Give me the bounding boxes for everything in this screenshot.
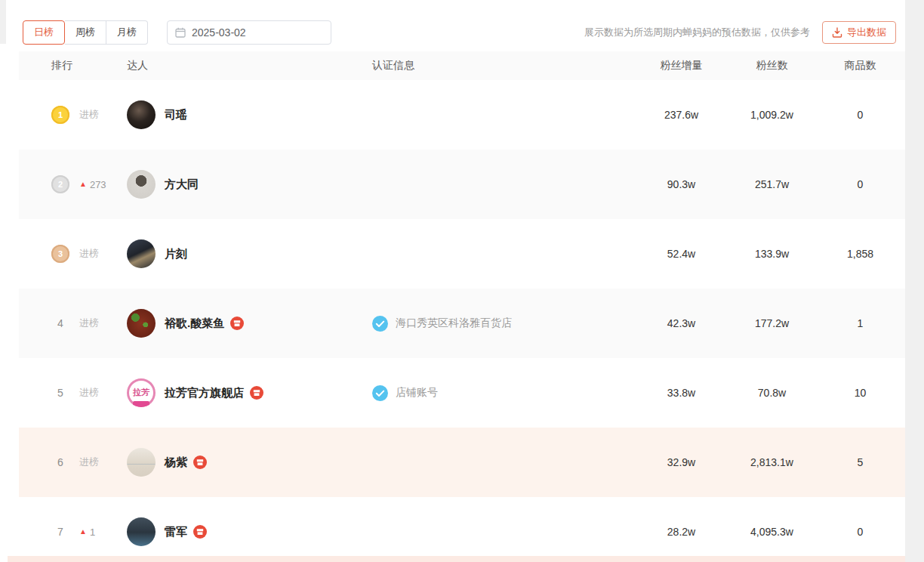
- talent-name[interactable]: 拉芳官方旗舰店: [165, 386, 244, 400]
- fans-increase-value: 90.3w: [634, 178, 728, 190]
- table-row[interactable]: 7 ▲ 1 雷军 28.2w 4,095.3w 0: [19, 497, 905, 562]
- products-value: 5: [815, 456, 905, 468]
- talent-cell: 拉芳 拉芳官方旗舰店: [121, 378, 366, 407]
- table-row[interactable]: 1 进榜 司瑶 237.6w 1,009.2w 0: [19, 80, 905, 150]
- rank-cell: 1 进榜: [19, 106, 121, 124]
- shop-icon: [250, 386, 263, 400]
- rank-cell: 5 进榜: [19, 386, 121, 400]
- trend-label: 进榜: [79, 455, 99, 469]
- verification-cell: 海口秀英区科洛雅百货店: [366, 316, 634, 332]
- tab-weekly[interactable]: 周榜: [65, 20, 106, 45]
- header-products: 商品数: [815, 59, 905, 73]
- avatar[interactable]: [127, 448, 156, 477]
- fans-total-value: 251.7w: [728, 178, 815, 190]
- avatar[interactable]: 拉芳: [127, 378, 156, 407]
- export-data-label: 导出数据: [847, 26, 886, 39]
- trend-label: 进榜: [79, 386, 99, 400]
- trend-up: ▲ 1: [79, 526, 95, 538]
- next-row-peek: [8, 556, 905, 562]
- fans-increase-value: 32.9w: [634, 456, 728, 468]
- avatar[interactable]: [127, 239, 156, 268]
- avatar[interactable]: [127, 309, 156, 338]
- rank-number: 7: [51, 526, 69, 538]
- trend-label: 进榜: [79, 247, 99, 261]
- toolbar: 日榜 周榜 月榜 2025-03-02 展示数据为所选周期内蝉妈妈的预估数据，仅…: [19, 0, 905, 51]
- download-icon: [832, 27, 842, 38]
- products-value: 10: [815, 387, 905, 399]
- date-value: 2025-03-02: [192, 26, 246, 39]
- data-disclaimer: 展示数据为所选周期内蝉妈妈的预估数据，仅供参考: [584, 26, 810, 39]
- talent-name[interactable]: 片刻: [165, 247, 187, 261]
- verified-check-icon: [372, 385, 388, 401]
- fans-total-value: 133.9w: [728, 248, 815, 260]
- header-fans-total: 粉丝数: [728, 59, 815, 73]
- talent-name[interactable]: 杨紫: [165, 455, 187, 470]
- table-row[interactable]: 5 进榜 拉芳 拉芳官方旗舰店 店: [19, 358, 905, 428]
- ranking-table: 排行 达人 认证信息 粉丝增量 粉丝数 商品数 1 进榜 司瑶 237.6w 1…: [19, 51, 905, 562]
- talent-cell: 司瑶: [121, 100, 366, 129]
- up-triangle-icon: ▲: [79, 181, 87, 188]
- fans-total-value: 70.8w: [728, 387, 815, 399]
- rank-cell: 7 ▲ 1: [19, 526, 121, 538]
- header-rank: 排行: [19, 59, 121, 73]
- verification-cell: 店铺账号: [366, 385, 634, 401]
- date-picker[interactable]: 2025-03-02: [167, 20, 331, 45]
- trend-up: ▲ 273: [79, 179, 106, 190]
- medal-rank-number: 2: [58, 180, 63, 189]
- export-data-button[interactable]: 导出数据: [822, 21, 896, 44]
- products-value: 0: [815, 526, 905, 538]
- verification: 海口秀英区科洛雅百货店: [372, 316, 512, 332]
- table-row[interactable]: 3 进榜 片刻 52.4w 133.9w 1,858: [19, 219, 905, 289]
- fans-total-value: 4,095.3w: [728, 526, 815, 538]
- talent-cell: 片刻: [121, 239, 366, 268]
- fans-increase-value: 28.2w: [634, 526, 728, 538]
- products-value: 0: [815, 109, 905, 121]
- medal-rank-number: 1: [58, 110, 63, 119]
- avatar[interactable]: [127, 517, 156, 546]
- up-triangle-icon: ▲: [79, 528, 87, 536]
- table-header-row: 排行 达人 认证信息 粉丝增量 粉丝数 商品数: [19, 51, 905, 80]
- verification-text: 店铺账号: [396, 386, 438, 400]
- header-talent: 达人: [121, 59, 366, 73]
- talent-name[interactable]: 方大同: [165, 178, 199, 192]
- bronze-medal-icon: 3: [51, 245, 69, 263]
- trend-label: 进榜: [79, 317, 99, 330]
- trend-label: 1: [90, 526, 95, 538]
- trend-label: 进榜: [79, 108, 99, 122]
- shop-icon: [193, 455, 207, 469]
- talent-cell: 方大同: [121, 170, 366, 199]
- talent-cell: 杨紫: [121, 448, 366, 477]
- verification-text: 海口秀英区科洛雅百货店: [396, 317, 512, 330]
- fans-total-value: 1,009.2w: [728, 109, 815, 121]
- tab-daily[interactable]: 日榜: [23, 20, 65, 45]
- rank-cell: 4 进榜: [19, 317, 121, 330]
- page-right-gutter: [905, 0, 924, 562]
- medal-rank-number: 3: [58, 249, 63, 258]
- rank-number: 6: [51, 456, 69, 468]
- header-fans-increase: 粉丝增量: [634, 59, 728, 73]
- verified-check-icon: [372, 316, 388, 332]
- avatar[interactable]: [127, 100, 156, 129]
- table-row[interactable]: 6 进榜 杨紫 32.9w 2,813.1w 5: [19, 428, 905, 497]
- products-value: 1,858: [815, 248, 905, 260]
- header-verification: 认证信息: [366, 59, 634, 73]
- fans-increase-value: 52.4w: [634, 248, 728, 260]
- talent-cell: 雷军: [121, 517, 366, 546]
- products-value: 1: [815, 317, 905, 329]
- avatar[interactable]: [127, 170, 156, 199]
- table-row[interactable]: 2 ▲ 273 方大同 90.3w 251.7w 0: [19, 150, 905, 219]
- fans-increase-value: 33.8w: [634, 387, 728, 399]
- shop-icon: [230, 317, 244, 330]
- fans-total-value: 177.2w: [728, 317, 815, 329]
- rank-cell: 2 ▲ 273: [19, 175, 121, 193]
- table-row[interactable]: 4 进榜 裕歌.酸菜鱼 海口秀英区科洛雅百货店 4: [19, 289, 905, 358]
- period-tab-group: 日榜 周榜 月榜: [23, 20, 148, 45]
- talent-name[interactable]: 裕歌.酸菜鱼: [165, 317, 224, 331]
- rank-number: 5: [51, 387, 69, 399]
- trend-label: 273: [90, 179, 106, 190]
- talent-name[interactable]: 司瑶: [165, 108, 187, 122]
- talent-name[interactable]: 雷军: [165, 525, 187, 539]
- avatar-badge: [133, 401, 149, 407]
- tab-monthly[interactable]: 月榜: [106, 20, 148, 45]
- rank-cell: 6 进榜: [19, 455, 121, 469]
